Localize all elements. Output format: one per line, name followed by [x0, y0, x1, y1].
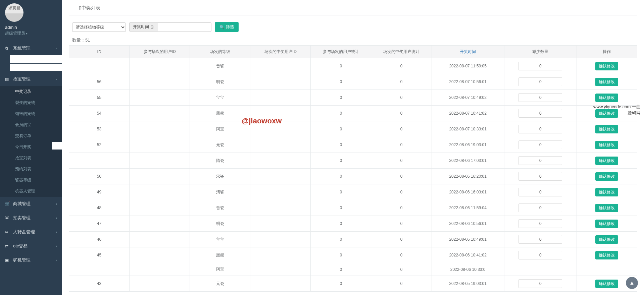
confirm-button[interactable]: 确认修改: [595, 188, 618, 196]
confirm-button[interactable]: 确认修改: [595, 62, 618, 70]
sidebar-subitem[interactable]: 裂变的宠物: [0, 97, 62, 108]
chevron-left-icon: ‹: [56, 258, 57, 262]
col-operate[interactable]: 操作: [577, 46, 637, 58]
sidebar-item-treasure[interactable]: ▤ 抢宝管理 ›: [0, 72, 62, 86]
operate-cell: 确认修改: [577, 216, 637, 232]
scroll-top-button[interactable]: ▲: [626, 277, 638, 289]
qty-input[interactable]: [518, 251, 562, 259]
sidebar-subitem[interactable]: 交易订单: [0, 130, 62, 141]
col-reduce-qty[interactable]: 减少数量: [504, 46, 577, 58]
sidebar-item-miner[interactable]: ▣ 矿机管理 ‹: [0, 253, 62, 267]
sidebar-subitem[interactable]: 预约列表: [0, 164, 62, 175]
table-cell: 2022-08-05 19:03:01: [432, 276, 504, 292]
sidebar-item-label: 拍卖管理: [13, 215, 31, 221]
col-win-stat[interactable]: 场次的中奖用户统计: [371, 46, 432, 58]
table-cell: 0: [371, 247, 432, 263]
table-cell: [130, 200, 190, 216]
confirm-button[interactable]: 确认修改: [595, 94, 618, 102]
sidebar-item-mall[interactable]: 🛒 商城管理 ‹: [0, 197, 62, 211]
table-cell: [130, 121, 190, 137]
qty-input[interactable]: [518, 279, 562, 288]
date-input-group: 开奖时间 🗓: [129, 22, 211, 32]
link-icon: ∞: [5, 230, 10, 234]
table-cell: 黑熊: [190, 106, 250, 121]
sidebar-item-otc[interactable]: ⇄ otc交易 ‹: [0, 239, 62, 253]
qty-input[interactable]: [518, 62, 562, 70]
col-id[interactable]: ID: [69, 46, 130, 58]
operate-cell: 确认修改: [577, 121, 637, 137]
calendar-icon: 🗓: [150, 25, 154, 30]
table-row: 晋瓷002022-08-07 11:59:05确认修改: [69, 58, 637, 74]
qty-input[interactable]: [518, 109, 562, 118]
table-cell: 0: [311, 137, 371, 153]
qty-cell: [504, 106, 577, 121]
table-cell: [250, 74, 311, 90]
qty-input[interactable]: [518, 188, 562, 196]
sidebar-item-auction[interactable]: 🏛 拍卖管理 ‹: [0, 211, 62, 225]
table-cell: 43: [69, 276, 130, 292]
col-open-time[interactable]: 开奖时间: [432, 46, 504, 58]
table-row: 54黑熊002022-08-07 10:41:02确认修改: [69, 106, 637, 121]
chevron-down-icon: ›: [55, 78, 58, 79]
cart-icon: 🛒: [5, 201, 10, 206]
qty-input[interactable]: [518, 219, 562, 228]
role-dropdown[interactable]: 超级管理员▾: [5, 31, 57, 36]
operate-cell: 确认修改: [577, 184, 637, 200]
table-cell: 2022-08-06 10:41:02: [432, 247, 504, 263]
gear-icon: ✿: [5, 46, 10, 51]
table-cell: [130, 169, 190, 184]
confirm-button[interactable]: 确认修改: [595, 141, 618, 149]
filter-button[interactable]: 🔍 筛选: [215, 22, 239, 32]
col-user-id[interactable]: 参与场次的用户ID: [130, 46, 190, 58]
qty-input[interactable]: [518, 77, 562, 86]
sidebar-item-label: otc交易: [13, 243, 28, 249]
sidebar-subitem[interactable]: 抢宝列表: [0, 153, 62, 164]
sidebar-item-system[interactable]: ✿ 系统管理 ‹: [0, 41, 62, 55]
confirm-button[interactable]: 确认修改: [595, 157, 618, 165]
sidebar-item-wheel[interactable]: ∞ 大转盘管理 ‹: [0, 225, 62, 239]
confirm-button[interactable]: 确认修改: [595, 204, 618, 212]
qty-input[interactable]: [518, 156, 562, 165]
table-cell: [250, 216, 311, 232]
qty-cell: [504, 263, 577, 276]
confirm-button[interactable]: 确认修改: [595, 235, 618, 244]
table-cell: 47: [69, 216, 130, 232]
table-cell: 隋瓷: [190, 153, 250, 169]
sidebar-subitem[interactable]: 中奖记录: [0, 86, 62, 97]
chevron-left-icon: ‹: [56, 47, 57, 50]
col-win-user[interactable]: 场次的中奖用户ID: [250, 46, 311, 58]
table-row: 阿宝002022-08-06 10:33:0: [69, 263, 637, 276]
qty-input[interactable]: [518, 203, 562, 212]
sidebar-subitem[interactable]: 销毁的宠物: [0, 108, 62, 119]
confirm-button[interactable]: 确认修改: [595, 172, 618, 181]
confirm-button[interactable]: 确认修改: [595, 280, 618, 288]
table-cell: [250, 200, 311, 216]
operate-cell: 确认修改: [577, 137, 637, 153]
plant-level-select[interactable]: 请选择植物等级: [72, 22, 126, 32]
date-input[interactable]: [158, 22, 211, 32]
qty-input[interactable]: [518, 140, 562, 149]
qty-input[interactable]: [518, 93, 562, 102]
qty-cell: [504, 58, 577, 74]
table-row: 56明瓷002022-08-07 10:56:01确认修改: [69, 74, 637, 90]
qty-input[interactable]: [518, 125, 562, 133]
table-cell: 0: [371, 74, 432, 90]
confirm-button[interactable]: 确认修改: [595, 251, 618, 259]
table-cell: 阿宝: [190, 263, 250, 276]
sidebar-subitem[interactable]: 机器人管理: [0, 186, 62, 197]
confirm-button[interactable]: 确认修改: [595, 220, 618, 228]
table-cell: [250, 247, 311, 263]
col-user-stat[interactable]: 参与场次的用户统计: [311, 46, 371, 58]
confirm-button[interactable]: 确认修改: [595, 78, 618, 86]
confirm-button[interactable]: 确认修改: [595, 125, 618, 133]
table-cell: 0: [311, 153, 371, 169]
qty-input[interactable]: [518, 235, 562, 244]
table-cell: [130, 106, 190, 121]
chevron-left-icon: ‹: [56, 244, 57, 248]
col-level[interactable]: 场次的等级: [190, 46, 250, 58]
qty-input[interactable]: [518, 172, 562, 181]
confirm-button[interactable]: 确认修改: [595, 109, 618, 118]
sidebar-subitem[interactable]: 瓷器等级: [0, 175, 62, 186]
sidebar-subitem[interactable]: 会员的宝: [0, 119, 62, 130]
table-cell: 0: [371, 200, 432, 216]
